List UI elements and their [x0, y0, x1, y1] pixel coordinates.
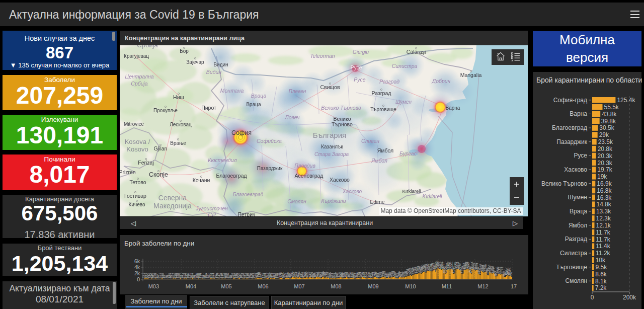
svg-text:Силистра: Силистра	[392, 63, 418, 69]
svg-text:Хасково: Хасково	[342, 189, 362, 194]
svg-text:Србија: Србија	[137, 45, 158, 49]
svg-text:867: 867	[505, 271, 512, 276]
svg-text:12.1k: 12.1k	[596, 222, 611, 229]
svg-text:8.1k: 8.1k	[595, 278, 607, 285]
svg-text:Gjilan: Gjilan	[154, 145, 168, 151]
svg-text:3015: 3015	[463, 270, 466, 277]
svg-text:Монтана: Монтана	[220, 88, 244, 94]
svg-text:M12: M12	[477, 283, 488, 289]
svg-text:Ferizaj: Ferizaj	[138, 160, 154, 166]
svg-text:Србија: Србија	[131, 81, 148, 87]
svg-text:Лесковац: Лесковац	[170, 122, 192, 127]
svg-text:Кюстендил: Кюстендил	[208, 157, 236, 163]
svg-text:20.8k: 20.8k	[598, 145, 613, 152]
svg-text:Зајечар: Зајечар	[186, 59, 204, 65]
svg-text:Teleorman: Teleorman	[310, 53, 335, 59]
svg-text:20.3k: 20.3k	[598, 152, 613, 160]
svg-text:M08: M08	[331, 283, 341, 289]
svg-text:11.4k: 11.4k	[596, 243, 610, 250]
svg-text:Враца: Враца	[246, 102, 261, 107]
svg-text:10k: 10k	[596, 257, 606, 264]
svg-text:Пловдив: Пловдив	[294, 163, 315, 169]
svg-text:Търново: Търново	[332, 121, 353, 127]
svg-text:Разград: Разград	[372, 90, 391, 96]
svg-text:Kırklareli: Kırklareli	[423, 194, 443, 199]
svg-text:СР: СР	[208, 212, 216, 216]
svg-text:Велико Търново: Велико Търново	[321, 105, 361, 111]
svg-text:Плевен: Плевен	[289, 89, 306, 94]
svg-text:Ловеч: Ловеч	[285, 114, 300, 120]
svg-text:16.3k: 16.3k	[597, 194, 612, 201]
svg-text:Ямбол: Ямбол	[371, 158, 387, 164]
svg-text:2k: 2k	[134, 270, 140, 276]
svg-text:39.8k: 39.8k	[601, 118, 616, 125]
svg-text:4k: 4k	[134, 264, 140, 270]
svg-text:Тетово: Тетово	[129, 179, 146, 185]
svg-text:19k: 19k	[597, 173, 607, 180]
svg-text:Хасково: Хасково	[564, 166, 587, 173]
svg-text:Разград: Разград	[565, 236, 587, 243]
svg-text:M05: M05	[221, 283, 231, 289]
svg-text:Видин: Видин	[213, 62, 228, 67]
svg-text:13.3k: 13.3k	[596, 208, 611, 215]
svg-text:Враца: Враца	[251, 93, 267, 99]
svg-text:Асеновград: Асеновград	[295, 173, 324, 179]
svg-text:България: България	[313, 131, 346, 139]
svg-text:Mangalia: Mangalia	[460, 72, 482, 78]
svg-text:Гостивар: Гостивар	[124, 193, 146, 199]
svg-text:Кочани: Кочани	[193, 177, 210, 183]
svg-text:Македонија: Македонија	[153, 202, 192, 210]
svg-text:Смолян: Смолян	[287, 198, 306, 204]
svg-text:19.7k: 19.7k	[597, 166, 612, 173]
svg-text:M10: M10	[405, 283, 416, 289]
svg-text:Търговище: Търговище	[370, 107, 396, 112]
svg-text:Kosovo: Kosovo	[126, 145, 148, 153]
svg-text:9.5k: 9.5k	[596, 264, 608, 271]
svg-text:M06: M06	[258, 283, 268, 289]
svg-text:Кичево: Кичево	[129, 202, 145, 207]
svg-text:Prizren: Prizren	[120, 169, 136, 175]
svg-text:Скопје: Скопје	[149, 171, 168, 178]
svg-text:200k: 200k	[623, 294, 636, 301]
svg-text:София-град: София-град	[553, 97, 587, 104]
svg-text:Добрич: Добрич	[432, 78, 451, 84]
svg-text:Прокупље: Прокупље	[153, 108, 178, 113]
svg-text:Шумен: Шумен	[395, 99, 412, 105]
svg-text:Пазарджик: Пазарджик	[556, 138, 587, 145]
svg-text:16.8k: 16.8k	[597, 187, 612, 194]
svg-text:Kırklareli: Kırklareli	[403, 188, 421, 194]
svg-text:Пазарджик: Пазарджик	[257, 166, 283, 171]
svg-text:Ямбол: Ямбол	[377, 147, 393, 153]
svg-text:17: 17	[511, 283, 517, 289]
svg-text:Видин: Видин	[206, 69, 221, 75]
svg-text:M04: M04	[186, 283, 196, 289]
svg-text:11.2k: 11.2k	[596, 250, 610, 257]
svg-text:Петрич: Петрич	[237, 211, 255, 216]
svg-text:Kosova /: Kosova /	[125, 138, 150, 145]
svg-text:Русе: Русе	[354, 76, 366, 83]
svg-text:8.6k: 8.6k	[595, 271, 607, 278]
svg-text:Стара Загора: Стара Загора	[314, 151, 349, 157]
svg-text:Сливен: Сливен	[361, 138, 379, 144]
svg-text:Map data © OpenStreetMap contr: Map data © OpenStreetMap contributors, C…	[380, 207, 521, 214]
svg-text:Југоисточен: Југоисточен	[195, 205, 228, 211]
svg-text:125.4k: 125.4k	[617, 97, 635, 104]
svg-text:Edirne: Edirne	[370, 199, 385, 205]
svg-text:Велико Търново: Велико Търново	[541, 180, 587, 187]
svg-text:2959: 2959	[445, 270, 448, 277]
svg-text:Кърджали: Кърджали	[321, 198, 346, 204]
svg-text:M09: M09	[368, 283, 378, 289]
svg-text:Благоевград: Благоевград	[216, 173, 247, 179]
svg-text:Разград: Разград	[379, 79, 399, 85]
svg-text:M11: M11	[442, 283, 452, 289]
svg-text:16.9k: 16.9k	[597, 180, 612, 187]
svg-text:Mitrovicë: Mitrovicë	[124, 121, 144, 127]
svg-text:6k: 6k	[134, 258, 140, 264]
svg-text:30.5k: 30.5k	[599, 124, 614, 131]
svg-text:11.7k: 11.7k	[596, 236, 610, 243]
svg-text:0: 0	[137, 276, 140, 282]
svg-text:Търговище: Търговище	[556, 264, 587, 271]
svg-text:29k: 29k	[599, 131, 609, 138]
svg-text:Giurgiu: Giurgiu	[353, 49, 369, 55]
svg-text:Смолян: Смолян	[566, 277, 587, 284]
